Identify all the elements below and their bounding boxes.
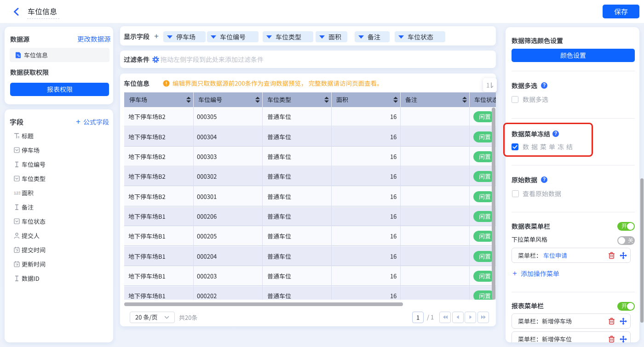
svg-text:123: 123: [14, 191, 20, 195]
